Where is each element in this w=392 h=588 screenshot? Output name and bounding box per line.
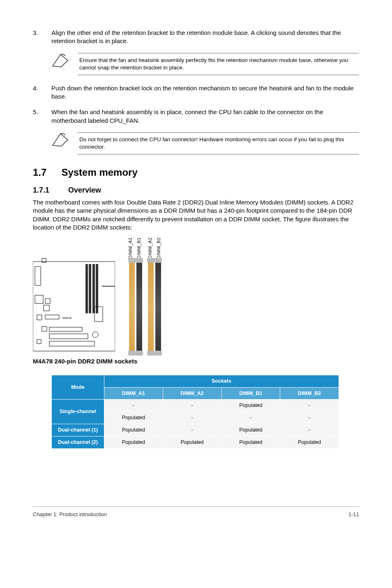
cell: - (280, 400, 339, 412)
svg-rect-3 (35, 295, 43, 303)
cell: - (280, 412, 339, 424)
cell: Populated (163, 436, 221, 449)
col-dimm-a1: DIMM_A1 (104, 387, 163, 400)
svg-rect-0 (33, 262, 115, 351)
step-5: 5. When the fan and heatsink assembly is… (33, 108, 359, 125)
svg-rect-7 (45, 315, 59, 319)
table-row: Dual-channel (2) Populated Populated Pop… (52, 436, 339, 449)
cell: - (280, 424, 339, 436)
overview-paragraph: The motherboard comes with four Double D… (33, 198, 359, 232)
svg-rect-6 (37, 315, 42, 320)
note-1-text: Ensure that the fan and heatsink assembl… (78, 53, 359, 75)
subsection-heading: 1.7.1 Overview (33, 185, 359, 195)
svg-rect-19 (49, 341, 95, 346)
cell: - (163, 400, 221, 412)
slot-a2 (148, 260, 154, 354)
motherboard-outline: M4A78 (33, 257, 115, 354)
section-number: 1.7 (33, 166, 46, 179)
table-sockets-header: Sockets (104, 375, 339, 387)
dimm-label-a2: DIMM_A2 (147, 237, 153, 259)
section-heading: 1.7 System memory (33, 166, 359, 179)
svg-rect-11 (92, 264, 95, 313)
cell: - (163, 412, 221, 424)
step-4-text: Push down the retention bracket lock on … (51, 84, 359, 101)
slot-b2 (155, 260, 161, 354)
table-mode-header: Mode (52, 375, 104, 400)
row-dual-channel-2: Dual-channel (2) (52, 436, 104, 449)
footer-left: Chapter 1: Product introduction (33, 511, 107, 518)
cell: Populated (104, 412, 163, 424)
dimm-diagram: M4A78 DIMM_A1 DIMM_B1 DIMM_A2 DIMM_B2 (33, 237, 359, 354)
section-title: System memory (61, 166, 137, 179)
dimm-label-b2: DIMM_B2 (156, 237, 162, 259)
note-icon (51, 53, 70, 68)
svg-text:M4A78: M4A78 (62, 317, 71, 319)
dimm-label-b1: DIMM_B1 (136, 237, 142, 259)
svg-rect-12 (96, 264, 98, 313)
page-footer: Chapter 1: Product introduction 1-11 (33, 506, 359, 518)
note-icon (51, 132, 70, 147)
slot-a1 (129, 260, 135, 354)
row-dual-channel-1: Dual-channel (1) (52, 424, 104, 436)
note-2-text: Do not forget to connect the CPU fan con… (78, 132, 359, 154)
cell: - (163, 424, 221, 436)
svg-rect-16 (49, 334, 88, 339)
diagram-caption: M4A78 240-pin DDR2 DIMM sockets (33, 357, 359, 365)
cell: Populated (104, 436, 163, 449)
svg-rect-18 (37, 340, 41, 344)
cell: Populated (221, 424, 280, 436)
step-3: 3. Align the other end of the retention … (33, 29, 359, 46)
step-3-text: Align the other end of the retention bra… (51, 29, 359, 46)
note-1: Ensure that the fan and heatsink assembl… (51, 53, 359, 75)
table-row: Dual-channel (1) Populated - Populated - (52, 424, 339, 436)
cell: Populated (221, 436, 280, 449)
svg-rect-9 (85, 264, 88, 313)
row-single-channel: Single-channel (52, 400, 104, 424)
dimm-closeup: DIMM_A1 DIMM_B1 DIMM_A2 DIMM_B2 (129, 237, 161, 354)
step-5-text: When the fan and heatsink assembly is in… (51, 108, 359, 125)
cell: Populated (104, 424, 163, 436)
dimm-slots (129, 260, 161, 354)
col-dimm-b2: DIMM_B2 (280, 387, 339, 400)
cell: Populated (280, 436, 339, 449)
svg-rect-14 (49, 327, 82, 331)
step-3-number: 3. (33, 29, 51, 46)
cell: - (221, 412, 280, 424)
svg-rect-2 (35, 266, 41, 285)
cell: - (104, 400, 163, 412)
step-5-number: 5. (33, 108, 51, 125)
step-4: 4. Push down the retention bracket lock … (33, 84, 359, 101)
svg-rect-4 (45, 299, 50, 303)
table-row: Single-channel - - Populated - (52, 400, 339, 412)
dimm-label-a1: DIMM_A1 (127, 237, 134, 259)
step-4-number: 4. (33, 84, 51, 101)
subsection-title: Overview (68, 185, 101, 195)
subsection-number: 1.7.1 (33, 185, 49, 195)
col-dimm-b1: DIMM_B1 (221, 387, 280, 400)
dimm-labels-group: DIMM_A1 DIMM_B1 DIMM_A2 DIMM_B2 (127, 237, 161, 259)
svg-point-17 (92, 332, 98, 338)
svg-rect-10 (89, 264, 91, 313)
memory-config-table: Mode Sockets DIMM_A1 DIMM_A2 DIMM_B1 DIM… (51, 375, 339, 449)
note-2: Do not forget to connect the CPU fan con… (51, 132, 359, 154)
footer-right: 1-11 (348, 511, 359, 518)
cell: Populated (221, 400, 280, 412)
col-dimm-a2: DIMM_A2 (163, 387, 221, 400)
svg-rect-15 (42, 326, 47, 331)
svg-rect-5 (44, 305, 49, 311)
slot-b1 (136, 260, 142, 354)
